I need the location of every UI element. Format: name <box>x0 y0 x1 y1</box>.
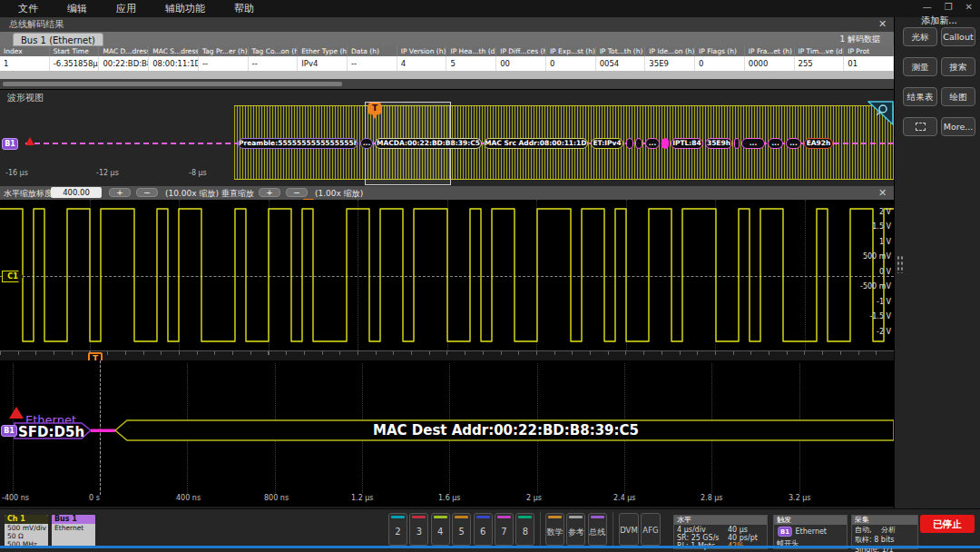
button-label: AFG <box>642 526 660 535</box>
volt-label: -500 mV <box>855 282 891 291</box>
tool-label: 参考 <box>567 527 584 538</box>
add-channel-8-button[interactable]: 8 <box>515 513 534 546</box>
menu-应用[interactable]: 应用 <box>116 2 136 15</box>
channel-number: 6 <box>475 527 492 537</box>
decode-bubble: 35E9h <box>705 138 732 149</box>
decode-bubble: ... <box>768 138 783 149</box>
trigger-title: 触发 <box>774 516 847 525</box>
sidebar-button-测量[interactable]: 测量 <box>903 57 937 76</box>
channel1-card[interactable]: Ch 1 500 mV/div50 Ω500 MHz <box>5 515 48 548</box>
acq-sampling: 取样: 8 bits <box>852 535 917 545</box>
horizontal-value: SR: 25 GS/s <box>677 534 722 542</box>
time-axis-label: 1.6 μs <box>438 494 461 502</box>
restore-icon[interactable]: ❐ <box>945 2 953 12</box>
horizontal-value: 40 μs <box>728 526 758 534</box>
acquisition-status-box[interactable]: 采集 自动, 分析 取样: 8 bits Single: 1/1 <box>851 515 918 549</box>
hzoom-plus-button[interactable]: + <box>109 188 131 197</box>
button-DVM[interactable]: DVM <box>619 513 639 546</box>
bus-decode-view[interactable]: Ethernet B1 SFD:D5h MAC Dest Addr:00:22:… <box>0 360 894 507</box>
sidebar-button-搜索[interactable]: 搜索 <box>941 57 975 76</box>
channel-color-bar <box>455 516 468 518</box>
add-channel-7-button[interactable]: 7 <box>495 513 514 546</box>
column-header: Tag Co...on (h) <box>249 46 299 56</box>
add-new-label: 添加新... <box>912 15 966 27</box>
acquisition-title: 采集 <box>855 516 869 525</box>
channel-color-bar <box>391 516 405 518</box>
time-axis-label: 2.8 μs <box>701 494 723 502</box>
channel-color-bar <box>497 516 511 518</box>
volt-label: -1.5 V <box>855 312 891 320</box>
menu-辅助功能[interactable]: 辅助功能 <box>165 2 205 15</box>
vzoom-plus-button[interactable]: + <box>259 188 280 197</box>
sidebar-button-绘图[interactable]: 绘图 <box>941 87 975 106</box>
overview-trigger-flag[interactable]: T <box>368 103 381 114</box>
bus-idle-segment <box>91 429 115 433</box>
zoom-select-button[interactable] <box>903 117 937 136</box>
horizontal-status-box[interactable]: 水平 4 μs/divSR: 25 GS/sRL: 1 Mpts 40 μs40… <box>673 515 768 549</box>
tool-button-参考[interactable]: 参考 <box>566 513 585 546</box>
tool-button-总线[interactable]: 总线 <box>588 513 607 546</box>
add-channel-3-button[interactable]: 3 <box>409 513 428 546</box>
time-axis-label: 1.2 μs <box>351 494 374 502</box>
menu-编辑[interactable]: 编辑 <box>67 2 87 15</box>
add-channel-4-button[interactable]: 4 <box>431 513 450 546</box>
decode-bus-badge[interactable]: B1 <box>1 425 17 437</box>
tab-bus1-ethernet[interactable]: Bus 1 (Ethernet) <box>13 33 103 46</box>
decode-bubble: EA92h <box>804 138 833 149</box>
column-header: Start Time <box>50 46 100 56</box>
column-header: Index <box>0 46 50 56</box>
menu-帮助[interactable]: 帮助 <box>234 2 254 15</box>
channel-color-bar <box>434 516 447 518</box>
overview-zoom-corner-icon[interactable] <box>867 101 894 125</box>
decode-bubble: MACDA:00:22:BD:B8:39:C5 <box>375 138 482 149</box>
add-channel-2-button[interactable]: 2 <box>388 513 407 546</box>
minimize-icon[interactable]: — <box>923 2 932 12</box>
add-channel-5-button[interactable]: 5 <box>452 513 471 546</box>
add-channel-6-button[interactable]: 6 <box>474 513 493 546</box>
overview-axis-label: -16 μs <box>5 169 28 177</box>
sfd-value: SFD:D5h <box>18 424 84 440</box>
sidebar-button-光标[interactable]: 光标 <box>903 27 937 46</box>
sidebar-button-Callout[interactable]: Callout <box>941 27 975 46</box>
table-cell: -- <box>249 56 299 71</box>
sidebar-button-结果表[interactable]: 结果表 <box>903 87 937 106</box>
column-header: IP Diff...ces (h) <box>496 46 546 56</box>
decode-bubble: ET:IPv4 <box>591 138 623 149</box>
results-hscrollbar-thumb[interactable] <box>3 82 342 86</box>
button-AFG[interactable]: AFG <box>641 513 661 546</box>
column-header: Data (h) <box>348 46 397 56</box>
table-cell: -- <box>199 56 249 71</box>
results-close-icon[interactable]: ✕ <box>878 18 887 30</box>
volt-label: 1.5 V <box>855 222 891 231</box>
close-icon[interactable]: ✕ <box>965 2 973 12</box>
bus1-settings: Ethernet <box>52 524 95 532</box>
table-cell: 01 <box>844 56 894 71</box>
more-button[interactable]: More... <box>941 117 975 136</box>
channel-number: 5 <box>453 527 470 537</box>
table-cell: 0 <box>695 56 745 71</box>
hzoom-minus-button[interactable]: − <box>136 188 158 197</box>
bus1-card[interactable]: Bus 1 Ethernet <box>52 515 95 548</box>
stop-button[interactable]: 已停止 <box>920 515 975 533</box>
overview-axis-label: -12 μs <box>96 169 119 177</box>
vzoom-minus-button[interactable]: − <box>286 188 308 197</box>
panel-drag-handle[interactable] <box>897 255 904 273</box>
tool-button-数学[interactable]: 数学 <box>545 513 564 546</box>
results-panel-title: 总线解码结果 <box>0 17 894 32</box>
results-table-empty <box>0 71 894 79</box>
hzoom-factor-label: (10.00x 缩放) <box>165 188 219 200</box>
volt-label: -2 V <box>855 328 891 336</box>
overview-axis-label: -8 μs <box>189 169 207 177</box>
main-waveform-view[interactable]: C1 2 V1.5 V1 V500 mV0 V-500 mV-1 V-1.5 V… <box>0 200 894 350</box>
overview-bus-badge[interactable]: B1 <box>2 138 18 150</box>
menu-文件[interactable]: 文件 <box>18 2 38 15</box>
column-header: IP Ide...on (h) <box>645 46 695 56</box>
trigger-status-box[interactable]: 触发 B1 Ethernet 帧开头 <box>773 515 848 549</box>
channel-number: 7 <box>495 527 513 537</box>
decode-bubble <box>662 138 669 149</box>
column-header: MAC S...dress <box>149 46 199 56</box>
table-row[interactable]: 1-6.351858μs00:22:BD:B8...08:00:11:1D...… <box>0 56 894 71</box>
zoombar-close-icon[interactable]: ✕ <box>878 187 887 199</box>
hzoom-scale-input[interactable]: 400.00 ns/div <box>51 187 102 198</box>
channel-number: 3 <box>410 527 427 537</box>
